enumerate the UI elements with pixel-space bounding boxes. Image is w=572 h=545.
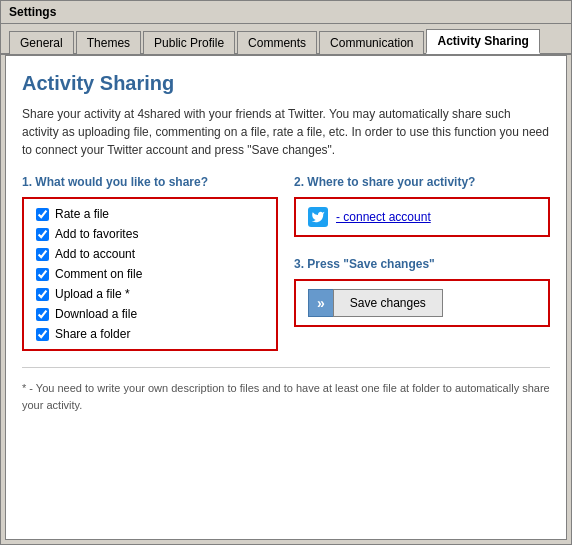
checkbox-share-folder[interactable]: Share a folder <box>36 327 264 341</box>
checkbox-comment-file[interactable]: Comment on file <box>36 267 264 281</box>
tab-communication[interactable]: Communication <box>319 31 424 54</box>
checkbox-upload-file-input[interactable] <box>36 288 49 301</box>
tab-general[interactable]: General <box>9 31 74 54</box>
checkbox-add-account-label: Add to account <box>55 247 135 261</box>
save-button-arrow: » <box>308 289 333 317</box>
save-box: » Save changes <box>294 279 550 327</box>
tab-activity-sharing[interactable]: Activity Sharing <box>426 29 539 54</box>
checkbox-group: Rate a file Add to favorites Add to acco… <box>22 197 278 351</box>
save-button-label: Save changes <box>333 289 443 317</box>
checkbox-download-file-label: Download a file <box>55 307 137 321</box>
section-what-to-share: 1. What would you like to share? Rate a … <box>22 175 278 351</box>
checkbox-add-favorites-input[interactable] <box>36 228 49 241</box>
checkbox-add-favorites[interactable]: Add to favorites <box>36 227 264 241</box>
sections: 1. What would you like to share? Rate a … <box>22 175 550 351</box>
page-title: Activity Sharing <box>22 72 550 95</box>
checkbox-add-account-input[interactable] <box>36 248 49 261</box>
tab-themes[interactable]: Themes <box>76 31 141 54</box>
checkbox-upload-file[interactable]: Upload a file * <box>36 287 264 301</box>
checkbox-rate-file-input[interactable] <box>36 208 49 221</box>
connect-account-link[interactable]: - connect account <box>336 210 431 224</box>
checkbox-download-file[interactable]: Download a file <box>36 307 264 321</box>
connect-box: - connect account <box>294 197 550 237</box>
section-right: 2. Where to share your activity? - conne… <box>294 175 550 351</box>
content-area: Activity Sharing Share your activity at … <box>5 55 567 540</box>
checkbox-add-favorites-label: Add to favorites <box>55 227 138 241</box>
checkbox-comment-file-label: Comment on file <box>55 267 142 281</box>
section-where-share: 2. Where to share your activity? - conne… <box>294 175 550 237</box>
checkbox-rate-file-label: Rate a file <box>55 207 109 221</box>
tab-comments[interactable]: Comments <box>237 31 317 54</box>
checkbox-add-account[interactable]: Add to account <box>36 247 264 261</box>
settings-window: Settings General Themes Public Profile C… <box>0 0 572 545</box>
tab-public-profile[interactable]: Public Profile <box>143 31 235 54</box>
window-title: Settings <box>9 5 56 19</box>
twitter-icon <box>308 207 328 227</box>
checkbox-rate-file[interactable]: Rate a file <box>36 207 264 221</box>
section1-header: 1. What would you like to share? <box>22 175 278 189</box>
title-bar: Settings <box>1 1 571 24</box>
checkbox-upload-file-label: Upload a file * <box>55 287 130 301</box>
section2-header: 2. Where to share your activity? <box>294 175 550 189</box>
checkbox-download-file-input[interactable] <box>36 308 49 321</box>
footnote: * - You need to write your own descripti… <box>22 380 550 413</box>
divider <box>22 367 550 368</box>
checkbox-comment-file-input[interactable] <box>36 268 49 281</box>
checkbox-share-folder-label: Share a folder <box>55 327 130 341</box>
page-description: Share your activity at 4shared with your… <box>22 105 550 159</box>
section-save-changes: 3. Press "Save changes" » Save changes <box>294 257 550 327</box>
checkbox-share-folder-input[interactable] <box>36 328 49 341</box>
tabs-bar: General Themes Public Profile Comments C… <box>1 24 571 55</box>
save-changes-button[interactable]: » Save changes <box>308 289 443 317</box>
section3-header: 3. Press "Save changes" <box>294 257 550 271</box>
